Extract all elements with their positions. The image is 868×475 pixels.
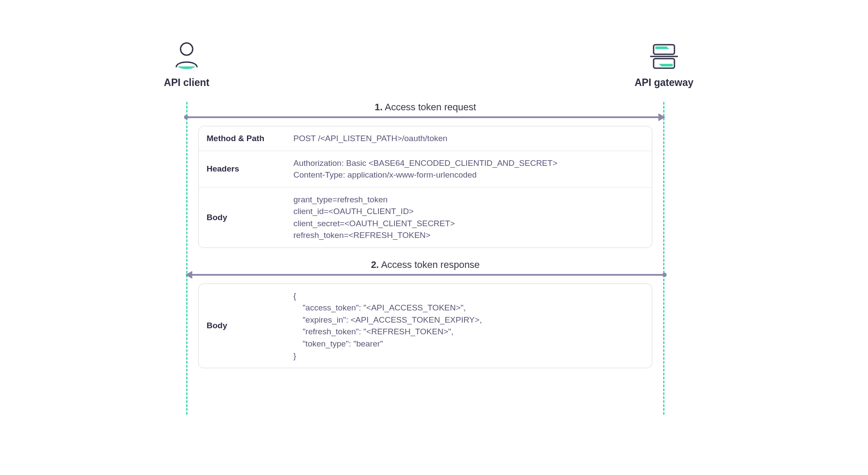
flow-area: 1. Access token request Method & Path PO… [161,102,690,368]
response-body-label: Body [199,284,286,368]
request-method-row: Method & Path POST /<API_LISTEN_PATH>/oa… [199,126,652,151]
request-panel: Method & Path POST /<API_LISTEN_PATH>/oa… [198,126,652,248]
actor-api-client: API client [161,41,213,89]
request-method-label: Method & Path [199,126,286,151]
actor-gateway-label: API gateway [635,77,694,89]
arrow-request [186,116,664,118]
step1-number: 1. [375,102,382,112]
svg-rect-1 [654,45,674,54]
request-headers-label: Headers [199,151,286,187]
response-body-value: { "access_token": "<API_ACCESS_TOKEN>", … [286,284,652,368]
response-body-row: Body { "access_token": "<API_ACCESS_TOKE… [199,284,652,368]
request-headers-row: Headers Authorization: Basic <BASE64_ENC… [199,151,652,188]
step2-title: Access token response [381,259,480,270]
request-body-value: grant_type=refresh_token client_id=<OAUT… [286,188,652,247]
svg-rect-2 [654,59,674,68]
request-body-row: Body grant_type=refresh_token client_id=… [199,188,652,247]
gateway-icon [648,41,681,72]
actor-client-label: API client [164,77,210,89]
request-body-label: Body [199,188,286,247]
actor-api-gateway: API gateway [638,41,690,89]
arrow-start-dot [184,115,188,119]
arrow-head-icon [658,113,665,121]
sequence-diagram: API client API gateway 1. Access token r… [161,41,690,368]
step1-title: Access token request [385,102,476,112]
actors-row: API client API gateway [161,41,690,89]
arrow-start-dot [662,273,667,277]
arrow-response [186,274,664,276]
step2-number: 2. [371,259,379,270]
svg-point-0 [181,43,193,55]
arrow-head-icon [185,271,192,279]
request-headers-value: Authorization: Basic <BASE64_ENCODED_CLI… [286,151,652,187]
step1-label: 1. Access token request [186,102,664,113]
response-panel: Body { "access_token": "<API_ACCESS_TOKE… [198,284,652,368]
step2-label: 2. Access token response [186,259,664,270]
request-method-value: POST /<API_LISTEN_PATH>/oauth/token [286,126,652,151]
user-icon [173,41,201,72]
